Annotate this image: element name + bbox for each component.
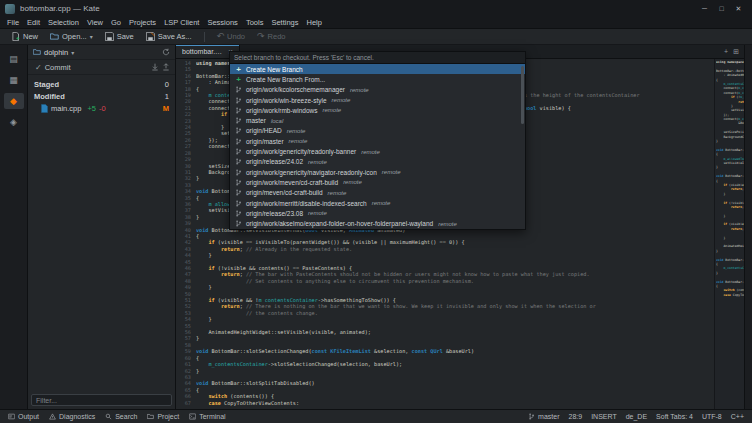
undo-button[interactable]: ↶ Undo <box>212 30 250 44</box>
branch-create-item[interactable]: +Create New Branch From... <box>230 74 525 84</box>
save-button-label: Save <box>117 32 134 41</box>
statusbar-tab-diagnostics[interactable]: Diagnostics <box>45 411 99 423</box>
branch-search-input[interactable] <box>230 52 525 64</box>
menu-sessions[interactable]: Sessions <box>203 18 241 27</box>
statusbar-value: Soft Tabs: 4 <box>656 413 693 420</box>
menu-help[interactable]: Help <box>303 18 326 27</box>
branch-scope-label: remote <box>323 107 342 113</box>
open-button-label: Open... <box>62 32 87 41</box>
menu-file[interactable]: File <box>3 18 23 27</box>
statusbar-tab-output[interactable]: Output <box>4 411 43 423</box>
branch-item[interactable]: origin/work/genericity/navigator-readonl… <box>230 167 525 177</box>
code-line[interactable]: 67 case CopyToOtherViewContents: <box>176 400 714 406</box>
branch-scope-label: remote <box>350 87 369 93</box>
encoding[interactable]: UTF-8 <box>702 413 722 420</box>
sidebar-git-button[interactable]: ◆ <box>4 93 24 109</box>
branch-item[interactable]: origin/HEADremote <box>230 126 525 136</box>
new-button[interactable]: New <box>6 30 43 44</box>
plus-icon: + <box>234 75 243 84</box>
branch-item[interactable]: origin/work/genericity/readonly-bannerre… <box>230 146 525 156</box>
dictionary[interactable]: de_DE <box>626 413 647 420</box>
statusbar-value: master <box>538 413 559 420</box>
branch-item[interactable]: masterlocal <box>230 115 525 125</box>
menu-view[interactable]: View <box>83 18 107 27</box>
save-button[interactable]: Save <box>100 30 139 44</box>
titlebar: bottombar.cpp — Kate ─ □ ✕ <box>0 0 752 17</box>
branch-item[interactable]: origin/work/akselmo/expand-folder-on-hov… <box>230 218 525 228</box>
statusbar-tab-project[interactable]: Project <box>143 411 183 423</box>
window-controls: ─ □ ✕ <box>696 0 747 17</box>
menu-edit[interactable]: Edit <box>23 18 44 27</box>
statusbar-value: 28:9 <box>569 413 583 420</box>
minimap-line: BackgroundColorHelper::instance()->contr… <box>716 135 744 139</box>
minimap-line: &BottomBar::selectionModeDisabledRequest… <box>716 121 744 125</box>
branch-item[interactable]: origin/release/23.08remote <box>230 208 525 218</box>
minimap-line: void BottomBar::slotSplitTabDisabled() <box>716 280 744 284</box>
project-selector[interactable]: dolphin <box>44 48 68 57</box>
syntax-mode[interactable]: C++ <box>731 413 744 420</box>
minimap-line: setVisibleInternal(visible, animated); <box>716 161 744 165</box>
statusbar-value: UTF-8 <box>702 413 722 420</box>
menu-tools[interactable]: Tools <box>242 18 268 27</box>
menu-selection[interactable]: Selection <box>44 18 83 27</box>
menu-go[interactable]: Go <box>107 18 125 27</box>
cursor-position[interactable]: 28:9 <box>569 413 583 420</box>
minimize-button[interactable]: ─ <box>696 0 713 17</box>
redo-button[interactable]: ↷ Redo <box>252 30 290 44</box>
branch-label: origin/work/win-breeze-style <box>246 97 327 104</box>
code-text: case CopyToOtherViewContents: <box>196 400 714 406</box>
branch-item[interactable]: origin/release/24.02remote <box>230 157 525 167</box>
open-button[interactable]: Open... ▾ <box>45 30 98 44</box>
branch-scope-label: remote <box>438 221 457 227</box>
branch-item[interactable]: origin/work/merritt/disable-indexed-sear… <box>230 198 525 208</box>
sidebar-symbols-button[interactable]: ◈ <box>4 114 24 130</box>
tab-label: bottombar.cpp <box>182 48 224 55</box>
undo-button-label: Undo <box>227 32 245 41</box>
git-branch-status[interactable]: master <box>528 413 559 420</box>
insert-mode[interactable]: INSERT <box>591 413 617 420</box>
git-branch-icon <box>234 107 243 114</box>
right-sidebar-strip <box>744 45 752 409</box>
modified-file-row[interactable]: main.cpp +5 -0 M <box>28 102 175 114</box>
save-as-button[interactable]: Save As... <box>141 30 197 44</box>
status-badge: M <box>163 104 169 113</box>
branch-item[interactable]: origin/work/kcolorschememanagerremote <box>230 85 525 95</box>
staged-group[interactable]: Staged 0 <box>28 78 175 90</box>
menu-lsp-client[interactable]: LSP Client <box>160 18 203 27</box>
sidebar-filesystem-button[interactable]: ▦ <box>4 72 24 88</box>
branch-item[interactable]: origin/meven/cd-craft-buildremote <box>230 188 525 198</box>
split-view-icon[interactable]: ⊞ <box>733 48 739 56</box>
branch-item[interactable]: origin/work/meven/cd-craft-buildremote <box>230 177 525 187</box>
maximize-button[interactable]: □ <box>713 0 730 17</box>
branch-scope-label: local <box>271 118 283 124</box>
lines-added: +5 <box>87 104 96 113</box>
minimap[interactable]: using namespace SelectionMode;BottomBar:… <box>714 59 744 409</box>
minimap-line: using namespace SelectionMode; <box>716 60 744 64</box>
tab-settings[interactable]: Soft Tabs: 4 <box>656 413 693 420</box>
project-folder-icon <box>33 48 41 56</box>
redo-button-label: Redo <box>268 32 286 41</box>
menu-projects[interactable]: Projects <box>125 18 160 27</box>
branch-item[interactable]: origin/work/win-breeze-styleremote <box>230 95 525 105</box>
branch-label: origin/master <box>246 138 284 145</box>
close-button[interactable]: ✕ <box>730 0 747 17</box>
statusbar-tab-terminal[interactable]: Terminal <box>185 411 229 423</box>
refresh-icon[interactable] <box>162 48 170 56</box>
popup-scrollbar[interactable] <box>521 66 524 124</box>
branch-label: origin/release/24.02 <box>246 158 303 165</box>
branch-item[interactable]: origin/work/rmb-windowsremote <box>230 105 525 115</box>
sidebar-documents-button[interactable]: ▤ <box>4 51 24 67</box>
statusbar-tab-search[interactable]: Search <box>101 411 141 423</box>
branch-item[interactable]: origin/masterremote <box>230 136 525 146</box>
modified-group[interactable]: Modified 1 <box>28 90 175 102</box>
branch-label: origin/release/23.08 <box>246 210 303 217</box>
branch-create-item[interactable]: +Create New Branch <box>230 64 525 74</box>
plus-icon: + <box>234 65 243 74</box>
push-icon[interactable] <box>162 63 170 71</box>
menu-settings[interactable]: Settings <box>267 18 302 27</box>
new-tab-icon[interactable]: + <box>724 48 728 55</box>
commit-button[interactable]: ✓ Commit <box>33 63 73 72</box>
filter-input[interactable] <box>31 394 172 406</box>
pull-icon[interactable] <box>151 63 159 71</box>
statusbar-right: master28:9INSERTde_DESoft Tabs: 4UTF-8C+… <box>528 413 748 420</box>
